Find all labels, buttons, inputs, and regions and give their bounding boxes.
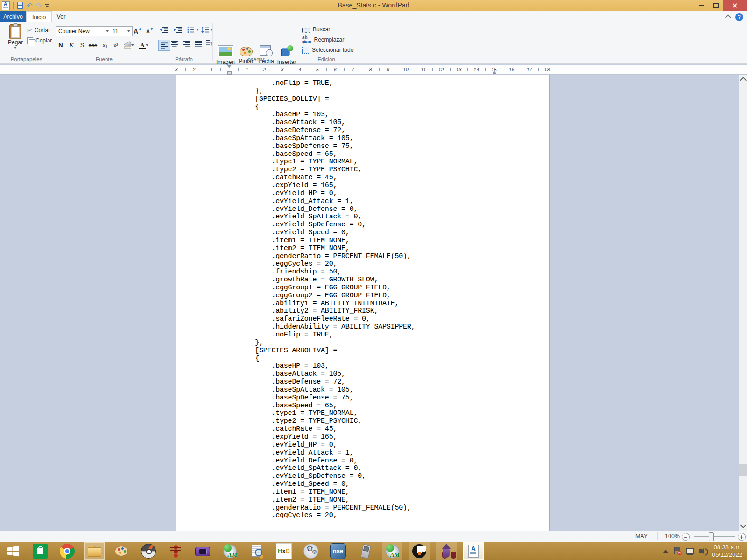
network-icon[interactable] bbox=[686, 547, 694, 555]
ruler-tick bbox=[331, 70, 331, 70]
ruler-number: 10 bbox=[403, 67, 409, 72]
replace-icon: ab⇄ac bbox=[302, 35, 311, 44]
ruler-tick bbox=[481, 70, 481, 70]
copy-button[interactable]: Copiar bbox=[27, 36, 52, 45]
zoom-slider-thumb[interactable] bbox=[709, 532, 714, 541]
group-clipboard: Pegar ✂ Cortar Copiar Portapapeles bbox=[0, 22, 53, 63]
group-paragraph: ¶ Párrafo bbox=[155, 22, 212, 63]
advance-map-2-icon[interactable]: AM bbox=[382, 542, 402, 560]
code-line: .noFlip = TRUE, bbox=[239, 80, 415, 88]
code-line: .genderRatio = PERCENT_FEMALE(50), bbox=[239, 504, 415, 512]
font-color-button[interactable]: A bbox=[137, 40, 150, 50]
ruler-tick bbox=[432, 68, 433, 71]
zoom-slider-track[interactable] bbox=[694, 536, 735, 537]
subscript-button[interactable]: x₂ bbox=[100, 40, 110, 50]
start-button-icon[interactable] bbox=[3, 542, 23, 560]
replace-button[interactable]: ab⇄ac Reemplazar bbox=[302, 35, 344, 44]
first-line-indent-marker[interactable] bbox=[227, 65, 231, 68]
line-spacing-button[interactable] bbox=[201, 27, 213, 33]
group-label-insert: Insertar bbox=[213, 56, 298, 62]
code-line: .expYield = 165, bbox=[239, 182, 415, 190]
bug-sprite-app-icon[interactable] bbox=[165, 542, 186, 560]
wordpad-taskbar-icon[interactable]: A bbox=[463, 542, 484, 560]
grow-font-button[interactable]: A▲ bbox=[132, 26, 143, 36]
justify-button[interactable] bbox=[195, 41, 203, 47]
superscript-button[interactable]: x² bbox=[111, 40, 121, 50]
scrollbar-thumb[interactable] bbox=[739, 464, 747, 476]
clock[interactable]: 08:38 a.m. 05/12/2022 bbox=[712, 544, 742, 559]
gears-tool-icon[interactable] bbox=[301, 542, 321, 560]
minimize-button[interactable] bbox=[695, 0, 709, 11]
italic-button[interactable]: K bbox=[66, 40, 77, 50]
handheld-tool-icon[interactable] bbox=[355, 542, 375, 560]
volume-icon[interactable] bbox=[699, 547, 707, 555]
font-family-select[interactable]: Courier New bbox=[56, 26, 111, 36]
left-indent-marker[interactable] bbox=[227, 71, 232, 75]
scroll-up-icon[interactable] bbox=[740, 77, 747, 84]
align-right-button[interactable] bbox=[183, 41, 190, 47]
find-button[interactable]: Buscar bbox=[302, 25, 330, 34]
underline-button[interactable]: S bbox=[77, 40, 87, 50]
help-icon[interactable]: ? bbox=[735, 13, 743, 21]
font-size-select[interactable]: 11 bbox=[110, 26, 133, 36]
llama-app-icon[interactable] bbox=[409, 542, 430, 560]
ruler-number: 12 bbox=[438, 67, 444, 72]
group-label-clipboard: Portapapeles bbox=[0, 56, 53, 62]
collapse-ribbon-icon[interactable] bbox=[726, 14, 730, 19]
bullet-list-button[interactable] bbox=[187, 27, 199, 33]
shrink-font-button[interactable]: A▼ bbox=[144, 26, 155, 36]
code-line: .eggCycles = 20, bbox=[239, 512, 415, 520]
zoom-out-button[interactable]: – bbox=[682, 533, 690, 541]
paint-app-icon[interactable] bbox=[111, 542, 132, 560]
cut-button[interactable]: ✂ Cortar bbox=[27, 26, 50, 35]
pokeball-app-icon[interactable] bbox=[138, 542, 159, 560]
ruler-tick bbox=[397, 68, 397, 71]
windows-store-icon[interactable] bbox=[30, 542, 50, 560]
nse-tool-icon[interactable]: nse bbox=[328, 542, 348, 560]
code-line: }, bbox=[239, 88, 415, 96]
tab-ver[interactable]: Ver bbox=[51, 11, 71, 22]
advance-map-icon[interactable]: AM bbox=[219, 542, 240, 560]
image-icon bbox=[218, 45, 233, 57]
decrease-indent-button[interactable] bbox=[159, 27, 169, 33]
scroll-down-icon[interactable] bbox=[740, 522, 747, 528]
file-explorer-icon[interactable] bbox=[84, 542, 105, 560]
code-line: .baseSpDefense = 75, bbox=[239, 143, 415, 151]
strikethrough-button[interactable]: abe bbox=[88, 40, 98, 50]
document-search-tool-icon[interactable] bbox=[247, 542, 267, 560]
code-line: .evYield_Defense = 0, bbox=[239, 457, 415, 465]
ruler-tick bbox=[415, 68, 415, 71]
vertical-scrollbar[interactable] bbox=[739, 75, 747, 531]
close-button[interactable]: × bbox=[723, 0, 747, 11]
code-line: .baseAttack = 105, bbox=[239, 119, 415, 127]
ruler-tick bbox=[207, 70, 208, 70]
chrome-browser-icon[interactable] bbox=[57, 542, 78, 560]
bold-button[interactable]: N bbox=[56, 40, 66, 50]
ribbon-tab-row: Archivo Inicio Ver bbox=[0, 11, 747, 22]
ruler-tick bbox=[181, 70, 181, 70]
select-all-button[interactable]: Seleccionar todo bbox=[302, 46, 353, 54]
ruler-tick bbox=[190, 70, 190, 70]
witch-sprite-app-icon[interactable] bbox=[436, 542, 457, 560]
action-center-flag-icon[interactable]: ✕ bbox=[673, 547, 681, 555]
increase-indent-button[interactable] bbox=[173, 27, 183, 33]
ruler-tick bbox=[296, 70, 296, 70]
code-line: .baseSpeed = 65, bbox=[239, 151, 415, 159]
paragraph-dialog-button[interactable]: ¶ bbox=[206, 40, 212, 46]
restore-button[interactable] bbox=[709, 0, 723, 11]
align-center-button[interactable] bbox=[171, 41, 178, 47]
paste-button[interactable]: Pegar bbox=[5, 24, 26, 49]
hxd-hex-editor-icon[interactable]: HxD bbox=[274, 542, 294, 560]
ruler-tick bbox=[379, 68, 380, 71]
gba-emulator-icon[interactable] bbox=[192, 542, 213, 560]
tab-inicio[interactable]: Inicio bbox=[26, 11, 52, 22]
ruler-number: 3 bbox=[175, 67, 178, 72]
zoom-in-button[interactable]: + bbox=[738, 533, 746, 541]
code-line: .evYield_SpAttack = 0, bbox=[239, 213, 415, 221]
align-left-button[interactable] bbox=[158, 40, 170, 51]
right-indent-marker[interactable] bbox=[492, 71, 497, 74]
hidden-icons-chevron[interactable] bbox=[663, 550, 668, 553]
ruler-tick bbox=[242, 70, 243, 70]
highlight-color-button[interactable] bbox=[122, 40, 135, 50]
tab-archivo[interactable]: Archivo bbox=[0, 11, 26, 22]
